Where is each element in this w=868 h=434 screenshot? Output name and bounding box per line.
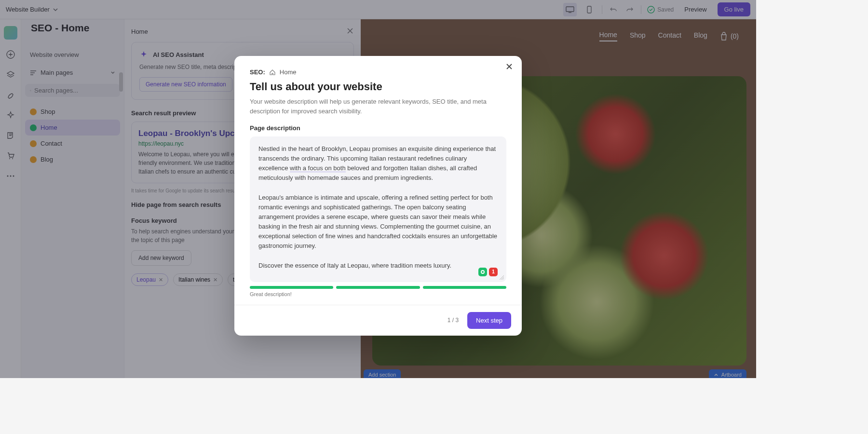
modal-footer: 1 / 3 Next step xyxy=(234,305,522,336)
modal-title: Tell us about your website xyxy=(250,81,506,93)
modal-breadcrumb: SEO: Home xyxy=(250,68,506,76)
description-strength-bar xyxy=(234,286,522,289)
page-description-label: Page description xyxy=(250,124,506,132)
home-icon xyxy=(269,69,276,76)
page-description-textarea[interactable]: Nestled in the heart of Brooklyn, Leopau… xyxy=(250,136,506,282)
strength-label: Great description! xyxy=(234,289,522,305)
modal-subtitle: Your website description will help us ge… xyxy=(250,97,506,116)
seo-description-modal: SEO: Home Tell us about your website You… xyxy=(234,56,522,336)
svg-point-11 xyxy=(482,271,484,273)
step-indicator: 1 / 3 xyxy=(448,317,459,324)
crumb-label: SEO: xyxy=(250,68,265,76)
grammar-error-badge[interactable]: 1 xyxy=(489,268,498,276)
modal-header: SEO: Home Tell us about your website You… xyxy=(234,56,522,282)
grammar-badges: 1 xyxy=(478,268,498,276)
close-icon xyxy=(505,63,513,70)
progress-segment xyxy=(423,286,506,289)
progress-segment xyxy=(250,286,333,289)
modal-close-button[interactable] xyxy=(505,63,513,70)
crumb-page: Home xyxy=(280,68,297,76)
next-step-button[interactable]: Next step xyxy=(467,312,511,329)
grammar-ok-icon[interactable] xyxy=(478,268,487,276)
textarea-content[interactable]: Nestled in the heart of Brooklyn, Leopau… xyxy=(258,144,498,271)
resize-handle-icon[interactable] xyxy=(499,274,504,280)
progress-segment xyxy=(336,286,420,289)
